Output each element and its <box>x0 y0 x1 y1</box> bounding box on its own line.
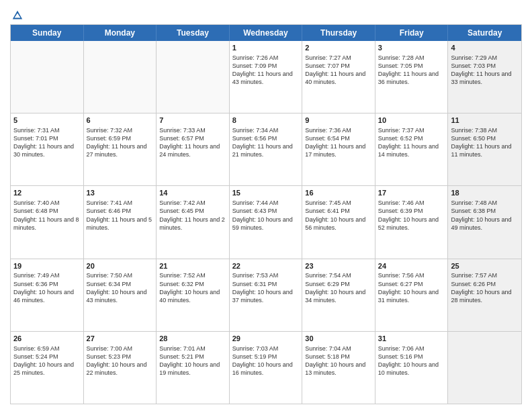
cell-text: Daylight: 10 hours and 16 minutes. <box>232 361 300 377</box>
day-number: 24 <box>378 261 445 271</box>
cal-cell: 26Sunrise: 6:59 AMSunset: 5:24 PMDayligh… <box>11 332 84 404</box>
cell-text: Daylight: 11 hours and 33 minutes. <box>451 70 519 86</box>
cell-text: Sunset: 5:21 PM <box>159 353 226 361</box>
cell-text: Daylight: 10 hours and 13 minutes. <box>305 361 372 377</box>
cell-text: Daylight: 10 hours and 37 minutes. <box>232 288 300 304</box>
cell-text: Sunset: 6:46 PM <box>87 207 154 215</box>
day-number: 25 <box>451 261 519 271</box>
cell-text: Sunrise: 7:54 AM <box>305 271 372 279</box>
cell-text: Daylight: 11 hours and 24 minutes. <box>159 142 226 158</box>
cell-text: Sunrise: 7:27 AM <box>305 54 372 62</box>
cell-text: Sunset: 5:16 PM <box>378 353 445 361</box>
day-number: 9 <box>305 116 372 126</box>
cal-cell: 15Sunrise: 7:44 AMSunset: 6:43 PMDayligh… <box>230 186 303 258</box>
cell-text: Sunset: 5:18 PM <box>305 353 372 361</box>
cal-cell: 19Sunrise: 7:49 AMSunset: 6:36 PMDayligh… <box>11 259 84 331</box>
cell-text: Daylight: 10 hours and 10 minutes. <box>378 361 445 377</box>
cal-row-2: 12Sunrise: 7:40 AMSunset: 6:48 PMDayligh… <box>11 185 521 258</box>
cal-cell <box>157 41 230 113</box>
cell-text: Sunrise: 7:06 AM <box>378 345 445 353</box>
cell-text: Sunset: 6:31 PM <box>232 280 300 288</box>
cal-cell: 12Sunrise: 7:40 AMSunset: 6:48 PMDayligh… <box>11 186 84 258</box>
cell-text: Sunset: 6:27 PM <box>378 280 445 288</box>
day-number: 10 <box>378 116 445 126</box>
cal-header-tuesday: Tuesday <box>157 25 230 41</box>
cell-text: Sunrise: 7:52 AM <box>159 271 226 279</box>
cell-text: Sunset: 6:45 PM <box>159 207 226 215</box>
day-number: 27 <box>87 334 154 344</box>
cell-text: Sunset: 7:05 PM <box>378 62 445 70</box>
cell-text: Sunset: 6:38 PM <box>451 207 519 215</box>
cal-cell: 20Sunrise: 7:50 AMSunset: 6:34 PMDayligh… <box>84 259 157 331</box>
day-number: 21 <box>159 261 226 271</box>
day-number: 11 <box>451 116 519 126</box>
cal-cell: 30Sunrise: 7:04 AMSunset: 5:18 PMDayligh… <box>302 332 375 404</box>
cal-cell: 7Sunrise: 7:33 AMSunset: 6:57 PMDaylight… <box>157 113 230 185</box>
day-number: 13 <box>87 188 154 198</box>
cell-text: Sunrise: 7:40 AM <box>13 199 81 207</box>
cell-text: Daylight: 10 hours and 22 minutes. <box>87 361 154 377</box>
cell-text: Sunrise: 7:32 AM <box>87 126 154 134</box>
cell-text: Daylight: 11 hours and 14 minutes. <box>378 142 445 158</box>
cal-header-monday: Monday <box>84 25 157 41</box>
cell-text: Daylight: 10 hours and 49 minutes. <box>451 216 519 232</box>
cell-text: Sunset: 6:36 PM <box>13 280 81 288</box>
day-number: 26 <box>13 334 81 344</box>
cell-text: Sunrise: 7:48 AM <box>451 199 519 207</box>
cal-cell: 18Sunrise: 7:48 AMSunset: 6:38 PMDayligh… <box>448 186 521 258</box>
day-number: 30 <box>305 334 372 344</box>
cal-cell: 10Sunrise: 7:37 AMSunset: 6:52 PMDayligh… <box>375 113 449 185</box>
cell-text: Sunrise: 7:49 AM <box>13 271 81 279</box>
cell-text: Sunset: 6:50 PM <box>451 134 519 142</box>
cal-cell: 1Sunrise: 7:26 AMSunset: 7:09 PMDaylight… <box>230 41 303 113</box>
cell-text: Daylight: 11 hours and 36 minutes. <box>378 70 445 86</box>
day-number: 20 <box>87 261 154 271</box>
cal-cell: 17Sunrise: 7:46 AMSunset: 6:39 PMDayligh… <box>375 186 449 258</box>
cell-text: Daylight: 11 hours and 21 minutes. <box>232 142 300 158</box>
day-number: 7 <box>159 116 226 126</box>
cal-cell: 6Sunrise: 7:32 AMSunset: 6:59 PMDaylight… <box>84 113 157 185</box>
cell-text: Daylight: 10 hours and 43 minutes. <box>87 288 154 304</box>
cell-text: Daylight: 11 hours and 8 minutes. <box>13 216 81 232</box>
cell-text: Sunrise: 7:01 AM <box>159 345 226 353</box>
cal-cell: 28Sunrise: 7:01 AMSunset: 5:21 PMDayligh… <box>157 332 230 404</box>
page: SundayMondayTuesdayWednesdayThursdayFrid… <box>0 0 532 411</box>
cell-text: Sunset: 5:23 PM <box>87 353 154 361</box>
cell-text: Sunrise: 7:03 AM <box>232 345 300 353</box>
day-number: 29 <box>232 334 300 344</box>
cell-text: Daylight: 10 hours and 25 minutes. <box>13 361 81 377</box>
cal-cell: 27Sunrise: 7:00 AMSunset: 5:23 PMDayligh… <box>84 332 157 404</box>
day-number: 6 <box>87 116 154 126</box>
cell-text: Daylight: 11 hours and 2 minutes. <box>159 216 226 232</box>
cell-text: Sunrise: 7:41 AM <box>87 199 154 207</box>
day-number: 31 <box>378 334 445 344</box>
day-number: 15 <box>232 188 300 198</box>
cal-cell: 24Sunrise: 7:56 AMSunset: 6:27 PMDayligh… <box>375 259 449 331</box>
cal-cell: 13Sunrise: 7:41 AMSunset: 6:46 PMDayligh… <box>84 186 157 258</box>
cell-text: Sunrise: 7:34 AM <box>232 126 300 134</box>
cal-cell: 5Sunrise: 7:31 AMSunset: 7:01 PMDaylight… <box>11 113 84 185</box>
day-number: 23 <box>305 261 372 271</box>
cal-cell: 29Sunrise: 7:03 AMSunset: 5:19 PMDayligh… <box>230 332 303 404</box>
cell-text: Sunset: 6:52 PM <box>378 134 445 142</box>
cal-cell: 31Sunrise: 7:06 AMSunset: 5:16 PMDayligh… <box>375 332 449 404</box>
cell-text: Daylight: 10 hours and 40 minutes. <box>159 288 226 304</box>
cell-text: Sunset: 6:39 PM <box>378 207 445 215</box>
cal-cell: 2Sunrise: 7:27 AMSunset: 7:07 PMDaylight… <box>302 41 375 113</box>
day-number: 17 <box>378 188 445 198</box>
cell-text: Daylight: 11 hours and 11 minutes. <box>451 142 519 158</box>
cal-cell: 4Sunrise: 7:29 AMSunset: 7:03 PMDaylight… <box>448 41 521 113</box>
cell-text: Daylight: 10 hours and 46 minutes. <box>13 288 81 304</box>
day-number: 18 <box>451 188 519 198</box>
cell-text: Sunset: 5:24 PM <box>13 353 81 361</box>
cell-text: Sunset: 6:54 PM <box>305 134 372 142</box>
cal-row-4: 26Sunrise: 6:59 AMSunset: 5:24 PMDayligh… <box>11 331 521 404</box>
day-number: 3 <box>378 43 445 53</box>
cell-text: Sunset: 6:29 PM <box>305 280 372 288</box>
cell-text: Daylight: 11 hours and 43 minutes. <box>232 70 300 86</box>
day-number: 4 <box>451 43 519 53</box>
day-number: 22 <box>232 261 300 271</box>
cell-text: Sunset: 6:57 PM <box>159 134 226 142</box>
cell-text: Sunset: 7:07 PM <box>305 62 372 70</box>
cal-row-0: 1Sunrise: 7:26 AMSunset: 7:09 PMDaylight… <box>11 41 521 113</box>
